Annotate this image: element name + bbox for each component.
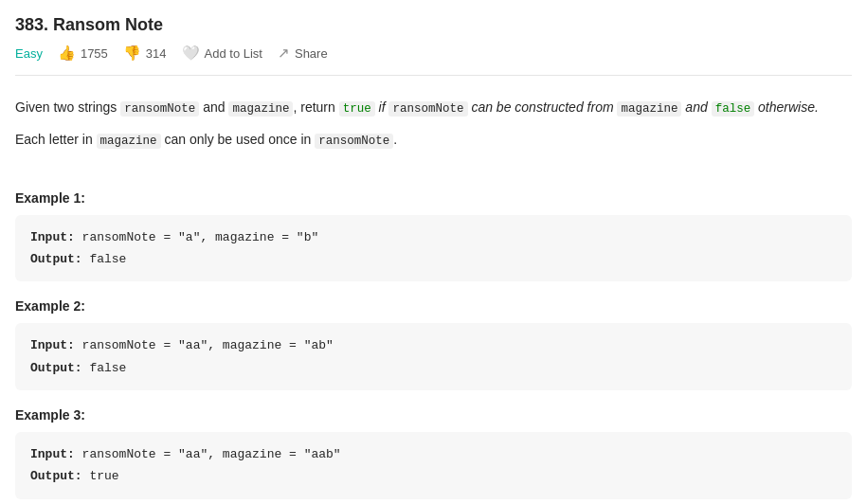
magazine-code-2: magazine — [617, 101, 681, 117]
example3-output-line: Output: true — [30, 465, 837, 487]
example3-section: Example 3: Input: ransomNote = "aa", mag… — [15, 407, 852, 499]
true-code: true — [339, 101, 375, 117]
description-paragraph-1: Given two strings ransomNote and magazin… — [15, 97, 852, 119]
difficulty-badge[interactable]: Easy — [15, 46, 43, 61]
share-icon: ↗ — [278, 45, 290, 62]
desc-period: . — [393, 132, 397, 147]
likes-count: 1755 — [81, 46, 108, 61]
share-button[interactable]: ↗ Share — [278, 45, 328, 62]
add-to-list-label: Add to List — [205, 46, 262, 61]
meta-row: Easy 👍 1755 👎 314 🤍 Add to List ↗ Share — [15, 45, 852, 76]
desc-text-4: can only be used once in — [161, 132, 316, 147]
problem-title: 383. Ransom Note — [15, 15, 852, 35]
problem-name: Ransom Note — [53, 15, 163, 34]
example1-output-line: Output: false — [30, 248, 837, 270]
example2-title: Example 2: — [15, 298, 852, 314]
desc-and-1: and — [199, 99, 228, 115]
example1-output-label: Output: — [30, 252, 82, 266]
example1-section: Example 1: Input: ransomNote = "a", maga… — [15, 190, 852, 282]
problem-number: 383. — [15, 15, 48, 34]
desc-text-2: , return — [293, 99, 338, 115]
desc-text-1: Given two strings — [15, 99, 120, 115]
ransomNote-code-2: ransomNote — [388, 101, 467, 117]
thumbs-down-icon: 👎 — [123, 45, 141, 62]
example2-output-value: false — [82, 361, 127, 375]
add-to-list-button[interactable]: 🤍 Add to List — [182, 45, 262, 62]
example3-input-line: Input: ransomNote = "aa", magazine = "aa… — [30, 443, 837, 465]
example2-output-line: Output: false — [30, 357, 837, 379]
example1-input-label: Input: — [30, 230, 75, 244]
desc-italic-1: can be constructed from — [468, 99, 618, 115]
heart-icon: 🤍 — [182, 45, 200, 62]
example3-output-value: true — [82, 469, 119, 483]
example3-input-label: Input: — [30, 447, 75, 461]
share-label: Share — [295, 46, 328, 61]
example2-input-label: Input: — [30, 338, 75, 352]
ransomNote-code-1: ransomNote — [120, 101, 199, 117]
problem-container: 383. Ransom Note Easy 👍 1755 👎 314 🤍 Add… — [0, 0, 867, 499]
magazine-code-3: magazine — [97, 134, 161, 149]
ransomNote-code-3: ransomNote — [315, 134, 393, 149]
desc-text-3: Each letter in — [15, 132, 97, 147]
example3-input-value: ransomNote = "aa", magazine = "aab" — [75, 447, 341, 461]
false-code: false — [712, 101, 755, 117]
example2-input-value: ransomNote = "aa", magazine = "ab" — [75, 338, 334, 352]
example3-block: Input: ransomNote = "aa", magazine = "aa… — [15, 432, 852, 499]
example3-output-label: Output: — [30, 469, 82, 483]
example2-block: Input: ransomNote = "aa", magazine = "ab… — [15, 323, 852, 390]
description-paragraph-2: Each letter in magazine can only be used… — [15, 129, 852, 152]
example2-input-line: Input: ransomNote = "aa", magazine = "ab… — [30, 334, 837, 356]
spacer-1 — [15, 162, 852, 173]
magazine-code-1: magazine — [228, 101, 293, 117]
example1-input-line: Input: ransomNote = "a", magazine = "b" — [30, 226, 837, 248]
example1-input-value: ransomNote = "a", magazine = "b" — [75, 230, 318, 244]
desc-otherwise: otherwise. — [754, 99, 819, 115]
desc-if: if — [375, 99, 389, 115]
likes-action[interactable]: 👍 1755 — [58, 45, 108, 62]
thumbs-up-icon: 👍 — [58, 45, 76, 62]
example1-output-value: false — [82, 252, 127, 266]
dislikes-count: 314 — [146, 46, 167, 61]
dislikes-action[interactable]: 👎 314 — [123, 45, 167, 62]
example2-output-label: Output: — [30, 361, 82, 375]
desc-italic-2: and — [681, 99, 711, 115]
example1-title: Example 1: — [15, 190, 852, 206]
example2-section: Example 2: Input: ransomNote = "aa", mag… — [15, 298, 852, 390]
example1-block: Input: ransomNote = "a", magazine = "b" … — [15, 215, 852, 282]
example3-title: Example 3: — [15, 407, 852, 423]
description-section: Given two strings ransomNote and magazin… — [15, 89, 852, 153]
